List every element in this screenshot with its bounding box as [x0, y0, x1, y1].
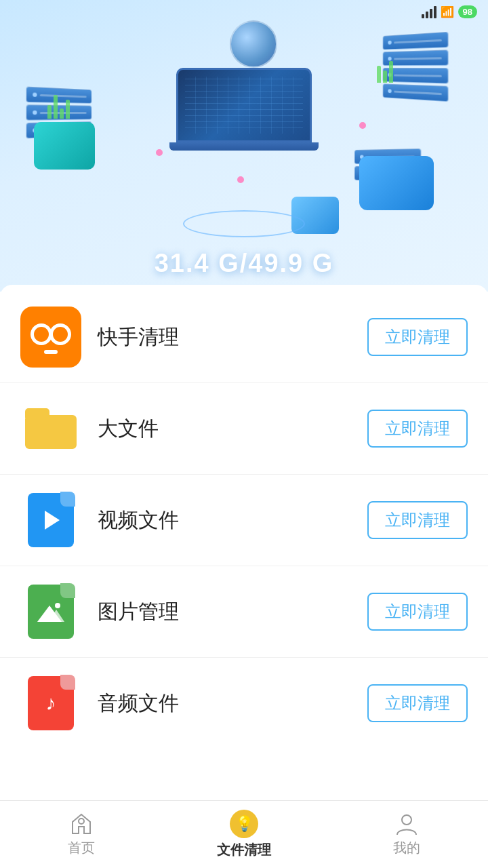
home-icon: [69, 812, 94, 836]
video-file-label: 视频文件: [98, 507, 367, 534]
connect-dot-3: [359, 122, 366, 129]
cube-blue-large: [359, 156, 434, 210]
audio-file-clean-button[interactable]: 立即清理: [367, 684, 468, 722]
home-nav-label: 首页: [68, 839, 95, 857]
list-item-video-file: 视频文件 立即清理: [0, 475, 488, 566]
battery-badge: 98: [458, 5, 477, 18]
audio-icon: ♪: [20, 673, 81, 734]
video-file-clean-button[interactable]: 立即清理: [367, 501, 468, 539]
bottom-nav: 首页 💡 文件清理 我的: [0, 800, 488, 868]
video-icon: [20, 490, 81, 551]
storage-display: 31.4 G/49.9 G: [155, 249, 334, 278]
svg-point-1: [402, 815, 411, 825]
bulb-icon: 💡: [230, 810, 258, 838]
profile-icon: [394, 812, 419, 836]
audio-file-label: 音频文件: [98, 690, 367, 717]
signal-icon: [422, 6, 436, 18]
cube-teal: [34, 122, 95, 170]
kuaishou-clean-button[interactable]: 立即清理: [367, 318, 468, 356]
nav-item-profile[interactable]: 我的: [325, 812, 488, 857]
file-clean-nav-label: 文件清理: [217, 841, 271, 859]
main-content: 快手清理 立即清理 大文件 立即清理 视频文件 立即清理: [0, 285, 488, 868]
kuaishou-icon: [20, 307, 81, 368]
large-file-clean-button[interactable]: 立即清理: [367, 410, 468, 448]
large-file-label: 大文件: [98, 415, 367, 443]
nav-item-home[interactable]: 首页: [0, 812, 163, 857]
folder-icon: [20, 398, 81, 459]
connect-dot-1: [156, 149, 163, 156]
list-item-audio-file: ♪ 音频文件 立即清理: [0, 658, 488, 749]
hero-illustration: [0, 0, 488, 292]
photo-manage-clean-button[interactable]: 立即清理: [367, 593, 468, 631]
list-item-large-file: 大文件 立即清理: [0, 383, 488, 475]
kuaishou-label: 快手清理: [98, 323, 367, 351]
globe-icon: [230, 20, 277, 68]
glow-ring: [183, 210, 305, 237]
list-item-kuaishou: 快手清理 立即清理: [0, 292, 488, 383]
laptop-illustration: [176, 68, 312, 156]
profile-nav-label: 我的: [393, 839, 420, 857]
bar-chart-right: [377, 61, 393, 83]
hero-section: 📶 98: [0, 0, 488, 292]
photo-manage-label: 图片管理: [98, 598, 367, 626]
nav-item-file-clean[interactable]: 💡 文件清理: [163, 810, 325, 859]
connect-dot-2: [237, 176, 244, 183]
status-bar: 📶 98: [411, 0, 488, 24]
list-item-photo-manage: 图片管理 立即清理: [0, 566, 488, 658]
wifi-icon: 📶: [441, 5, 454, 18]
photo-icon: [20, 581, 81, 642]
bar-chart-left: [47, 95, 70, 119]
svg-point-0: [79, 818, 84, 824]
